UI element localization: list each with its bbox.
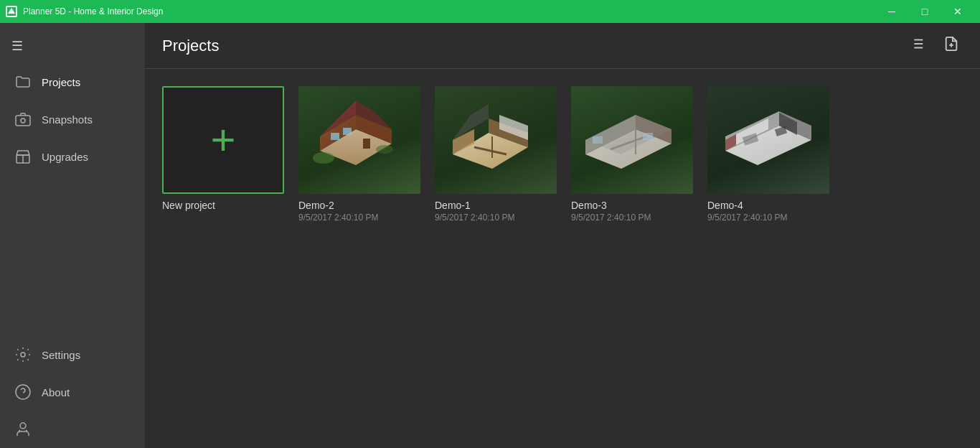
sidebar-spacer (0, 175, 145, 336)
sidebar-item-upgrades-label: Upgrades (42, 151, 88, 163)
app-icon (6, 6, 17, 17)
question-icon (14, 383, 32, 401)
hamburger-button[interactable]: ☰ (0, 29, 34, 63)
title-bar: Planner 5D - Home & Interior Design ─ □ … (0, 0, 980, 23)
svg-rect-2 (16, 116, 30, 126)
app-body: ☰ Projects Snapshots (0, 23, 980, 448)
sidebar-item-upgrades[interactable]: Upgrades (0, 138, 145, 175)
svg-rect-21 (331, 133, 339, 140)
list-view-icon (909, 36, 925, 55)
maximize-button[interactable]: □ (908, 0, 941, 23)
main-content: Projects (145, 23, 980, 448)
camera-icon (14, 111, 32, 128)
plus-icon: + (210, 118, 235, 162)
close-button[interactable]: ✕ (941, 0, 974, 23)
new-project-card[interactable]: + New project (162, 86, 284, 223)
demo4-name: Demo-4 (707, 200, 829, 211)
app-title: Planner 5D - Home & Interior Design (23, 6, 163, 17)
hamburger-icon: ☰ (11, 38, 23, 54)
new-file-icon (943, 36, 959, 55)
new-project-thumbnail: + (162, 86, 284, 194)
folder-icon (14, 73, 32, 90)
demo2-name: Demo-2 (298, 200, 420, 211)
store-icon (14, 148, 32, 165)
svg-point-3 (21, 118, 25, 123)
sidebar: ☰ Projects Snapshots (0, 23, 145, 448)
sidebar-item-settings[interactable]: Settings (0, 336, 145, 373)
svg-rect-23 (363, 139, 370, 149)
demo3-name: Demo-3 (571, 200, 693, 211)
svg-rect-22 (343, 128, 352, 135)
svg-point-6 (16, 385, 30, 399)
project-card-demo2[interactable]: Demo-2 9/5/2017 2:40:10 PM (298, 86, 420, 223)
gear-icon (14, 346, 32, 363)
project-card-demo4[interactable]: Demo-4 9/5/2017 2:40:10 PM (707, 86, 829, 223)
demo4-thumbnail (707, 86, 829, 194)
new-project-header-button[interactable] (940, 34, 963, 57)
main-header: Projects (145, 23, 980, 69)
new-project-label: New project (162, 200, 284, 211)
sidebar-item-snapshots-label: Snapshots (42, 113, 93, 126)
projects-grid: + New project (145, 69, 980, 448)
project-card-demo3[interactable]: Demo-3 9/5/2017 2:40:10 PM (571, 86, 693, 223)
sidebar-item-user[interactable] (0, 411, 145, 448)
sidebar-item-about-label: About (42, 386, 70, 398)
project-card-demo1[interactable]: Demo-1 9/5/2017 2:40:10 PM (435, 86, 557, 223)
window-controls: ─ □ ✕ (875, 0, 974, 23)
page-title: Projects (162, 37, 219, 55)
sidebar-item-projects-label: Projects (42, 76, 80, 88)
svg-point-5 (21, 353, 25, 357)
demo2-thumbnail (298, 86, 420, 194)
demo1-date: 9/5/2017 2:40:10 PM (435, 213, 557, 223)
sidebar-item-projects[interactable]: Projects (0, 63, 145, 101)
demo1-name: Demo-1 (435, 200, 557, 211)
demo3-date: 9/5/2017 2:40:10 PM (571, 213, 693, 223)
user-icon (14, 421, 32, 438)
demo3-thumbnail (571, 86, 693, 194)
demo2-date: 9/5/2017 2:40:10 PM (298, 213, 420, 223)
sidebar-item-settings-label: Settings (42, 349, 80, 361)
demo1-thumbnail (435, 86, 557, 194)
header-actions (905, 34, 963, 57)
list-view-button[interactable] (905, 34, 928, 57)
sidebar-item-snapshots[interactable]: Snapshots (0, 101, 145, 138)
sidebar-item-about[interactable]: About (0, 373, 145, 411)
svg-point-7 (20, 423, 26, 429)
demo4-date: 9/5/2017 2:40:10 PM (707, 213, 829, 223)
svg-point-24 (313, 152, 334, 164)
minimize-button[interactable]: ─ (875, 0, 908, 23)
svg-point-25 (376, 145, 393, 154)
title-bar-left: Planner 5D - Home & Interior Design (6, 6, 163, 17)
